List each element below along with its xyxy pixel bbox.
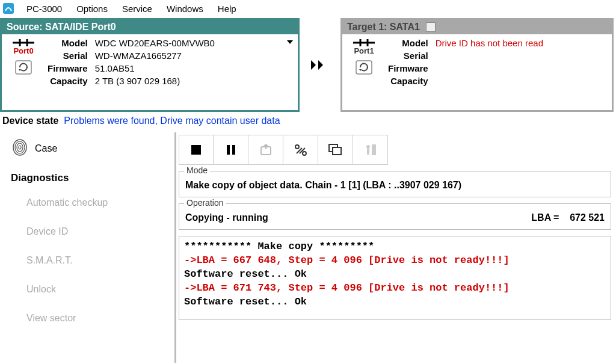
target-panel-title: Target 1: SATA1 xyxy=(342,20,612,34)
sidebar-case-label: Case xyxy=(35,143,57,154)
source-capacity-label: Capacity xyxy=(48,76,88,86)
stop-button[interactable] xyxy=(179,135,214,165)
target-title-text: Target 1: SATA1 xyxy=(347,22,420,32)
sidebar-item-automatic-checkup[interactable]: Automatic checkup xyxy=(26,197,174,208)
mode-groupbox: Mode Make copy of object data. Chain - 1… xyxy=(179,171,611,197)
log-output[interactable]: *********** Make copy *********->LBA = 6… xyxy=(179,236,611,320)
device-state-line: Device state Problems were found, Drive … xyxy=(0,112,616,132)
device-state-value: Problems were found, Drive may contain u… xyxy=(64,116,280,126)
target-firmware-value xyxy=(436,63,543,73)
svg-rect-20 xyxy=(333,147,341,155)
pause-button[interactable] xyxy=(214,135,248,165)
target-serial-label: Serial xyxy=(388,51,428,61)
target-model-label: Model xyxy=(388,38,428,48)
mode-legend: Mode xyxy=(184,165,210,175)
target-model-value: Drive ID has not been read xyxy=(436,38,543,48)
svg-rect-14 xyxy=(227,145,230,155)
target-port-icon[interactable]: Port1 xyxy=(352,38,376,55)
source-panel: Source: SATA/IDE Port0 Port0 Model WDC W… xyxy=(0,18,300,112)
menu-windows[interactable]: Windows xyxy=(161,2,209,15)
svg-rect-13 xyxy=(191,145,201,155)
sidebar-diagnostics-heading[interactable]: Diagnostics xyxy=(11,172,174,184)
svg-point-22 xyxy=(366,145,370,149)
source-serial-label: Serial xyxy=(48,51,88,61)
source-firmware-value: 51.0AB51 xyxy=(95,63,215,73)
toolbar xyxy=(179,135,611,165)
target-port-label: Port1 xyxy=(354,46,374,55)
target-panel: Target 1: SATA1 Port1 Model Drive ID has… xyxy=(340,18,614,112)
source-model-label: Model xyxy=(48,38,88,48)
menu-options[interactable]: Options xyxy=(70,2,114,15)
content-area: Mode Make copy of object data. Chain - 1… xyxy=(174,132,616,363)
svg-rect-21 xyxy=(372,144,376,155)
source-capacity-value: 2 TB (3 907 029 168) xyxy=(95,76,215,86)
source-dropdown-arrow-icon[interactable] xyxy=(287,40,293,44)
target-refresh-icon[interactable] xyxy=(356,60,372,75)
operation-groupbox: Operation Copying - running LBA = 672 52… xyxy=(179,203,611,230)
svg-rect-4 xyxy=(16,61,31,74)
fingerprint-icon xyxy=(11,138,29,159)
svg-point-11 xyxy=(17,143,23,152)
sidebar: Case Diagnostics Automatic checkup Devic… xyxy=(0,132,174,363)
sidebar-item-device-id[interactable]: Device ID xyxy=(26,226,174,237)
mode-text: Make copy of object data. Chain - 1 [1] … xyxy=(185,180,605,191)
windows-button[interactable] xyxy=(318,135,353,165)
target-serial-value xyxy=(436,51,543,61)
target-enable-checkbox[interactable] xyxy=(426,22,436,32)
log-line: Software reset... Ok xyxy=(184,295,606,309)
menu-bar: PC-3000 Options Service Windows Help xyxy=(0,0,616,17)
exit-button[interactable] xyxy=(353,135,388,165)
source-serial-value: WD-WMAZA1665277 xyxy=(95,51,215,61)
target-firmware-label: Firmware xyxy=(388,63,428,73)
sidebar-item-view-sector[interactable]: View sector xyxy=(26,313,174,324)
svg-point-18 xyxy=(303,152,306,155)
target-capacity-label: Capacity xyxy=(388,76,428,86)
sidebar-case-item[interactable]: Case xyxy=(11,138,174,159)
log-line: ->LBA = 671 743, Step = 4 096 [Drive is … xyxy=(184,282,606,295)
source-port-icon[interactable]: Port0 xyxy=(11,38,35,55)
menu-app-name[interactable]: PC-3000 xyxy=(20,2,68,15)
log-line: ->LBA = 667 648, Step = 4 096 [Drive is … xyxy=(184,254,606,268)
app-icon xyxy=(2,2,14,14)
transfer-arrows-icon[interactable] xyxy=(300,18,338,112)
operation-lba: LBA = 672 521 xyxy=(531,212,605,223)
log-line: Software reset... Ok xyxy=(184,268,606,282)
svg-rect-8 xyxy=(356,61,372,74)
source-firmware-label: Firmware xyxy=(48,63,88,73)
source-panel-title: Source: SATA/IDE Port0 xyxy=(2,20,298,34)
source-port-label: Port0 xyxy=(13,46,33,55)
sidebar-item-smart[interactable]: S.M.A.R.T. xyxy=(26,255,174,266)
menu-help[interactable]: Help xyxy=(212,2,242,15)
svg-rect-23 xyxy=(367,149,369,155)
menu-service[interactable]: Service xyxy=(116,2,158,15)
source-refresh-icon[interactable] xyxy=(15,60,32,75)
settings-button[interactable] xyxy=(283,135,318,165)
source-model-value: WDC WD20EARS-00MVWB0 xyxy=(95,38,215,48)
svg-point-17 xyxy=(295,145,299,149)
svg-rect-15 xyxy=(232,145,235,155)
operation-legend: Operation xyxy=(184,198,226,208)
target-capacity-value xyxy=(436,76,543,86)
log-line: *********** Make copy ********* xyxy=(184,240,606,254)
sidebar-item-unlock[interactable]: Unlock xyxy=(26,284,174,295)
operation-status: Copying - running xyxy=(185,212,268,223)
device-state-label: Device state xyxy=(2,116,58,126)
export-button[interactable] xyxy=(248,135,283,165)
svg-point-12 xyxy=(19,146,21,149)
